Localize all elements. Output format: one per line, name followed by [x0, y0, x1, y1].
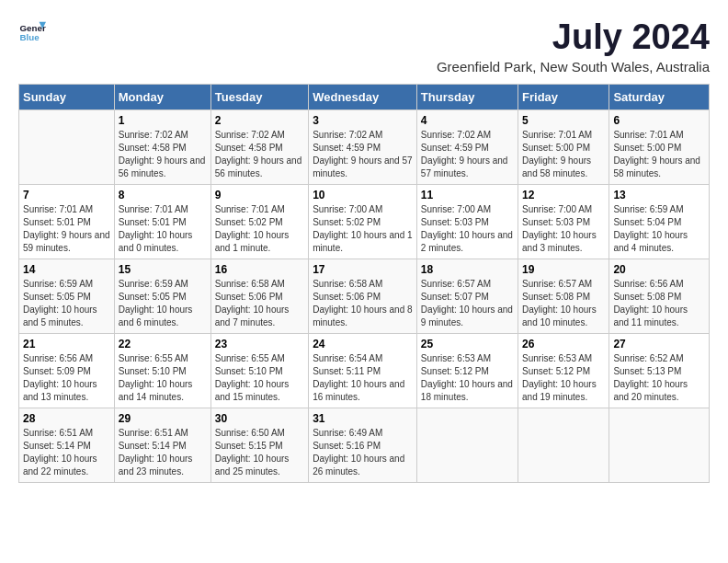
day-cell: 11Sunrise: 7:00 AMSunset: 5:03 PMDayligh… [416, 184, 518, 259]
day-cell [19, 109, 115, 184]
day-info: Sunrise: 6:49 AMSunset: 5:16 PMDaylight:… [313, 427, 413, 478]
day-number: 10 [313, 189, 413, 201]
day-info: Sunrise: 6:51 AMSunset: 5:14 PMDaylight:… [23, 427, 110, 478]
day-info: Sunrise: 7:02 AMSunset: 4:58 PMDaylight:… [119, 129, 207, 180]
day-number: 5 [522, 114, 605, 127]
day-info: Sunrise: 7:01 AMSunset: 5:01 PMDaylight:… [119, 203, 207, 255]
subtitle: Greenfield Park, New South Wales, Austra… [437, 59, 710, 75]
day-cell: 27Sunrise: 6:52 AMSunset: 5:13 PMDayligh… [609, 333, 710, 408]
week-row-2: 7Sunrise: 7:01 AMSunset: 5:01 PMDaylight… [19, 184, 710, 259]
day-info: Sunrise: 6:59 AMSunset: 5:05 PMDaylight:… [119, 278, 207, 329]
day-info: Sunrise: 7:02 AMSunset: 4:59 PMDaylight:… [421, 129, 514, 180]
day-cell: 16Sunrise: 6:58 AMSunset: 5:06 PMDayligh… [210, 259, 308, 333]
day-info: Sunrise: 7:00 AMSunset: 5:02 PMDaylight:… [313, 203, 413, 255]
day-number: 19 [522, 263, 605, 276]
day-cell: 20Sunrise: 6:56 AMSunset: 5:08 PMDayligh… [609, 259, 710, 333]
header-row: SundayMondayTuesdayWednesdayThursdayFrid… [19, 84, 710, 109]
day-number: 26 [522, 338, 605, 350]
day-cell: 18Sunrise: 6:57 AMSunset: 5:07 PMDayligh… [416, 259, 518, 333]
header-cell-saturday: Saturday [609, 84, 710, 109]
day-number: 13 [613, 189, 705, 201]
day-info: Sunrise: 6:56 AMSunset: 5:09 PMDaylight:… [23, 352, 110, 404]
day-cell: 26Sunrise: 6:53 AMSunset: 5:12 PMDayligh… [518, 333, 609, 408]
logo-icon: General Blue [18, 18, 46, 46]
day-info: Sunrise: 6:55 AMSunset: 5:10 PMDaylight:… [119, 352, 207, 404]
day-number: 27 [613, 338, 705, 350]
day-info: Sunrise: 7:01 AMSunset: 5:00 PMDaylight:… [613, 129, 705, 180]
day-info: Sunrise: 6:59 AMSunset: 5:05 PMDaylight:… [23, 278, 110, 329]
logo: General Blue [18, 18, 46, 46]
title-block: July 2024 Greenfield Park, New South Wal… [437, 18, 710, 75]
day-cell: 2Sunrise: 7:02 AMSunset: 4:58 PMDaylight… [210, 109, 308, 184]
day-cell: 30Sunrise: 6:50 AMSunset: 5:15 PMDayligh… [210, 408, 308, 482]
day-cell: 22Sunrise: 6:55 AMSunset: 5:10 PMDayligh… [114, 333, 210, 408]
header-cell-wednesday: Wednesday [309, 84, 417, 109]
day-cell: 1Sunrise: 7:02 AMSunset: 4:58 PMDaylight… [114, 109, 210, 184]
day-number: 18 [421, 263, 514, 276]
page-header: General Blue July 2024 Greenfield Park, … [18, 18, 710, 75]
day-number: 4 [421, 114, 514, 127]
day-number: 15 [119, 263, 207, 276]
day-number: 9 [215, 189, 304, 201]
day-cell: 31Sunrise: 6:49 AMSunset: 5:16 PMDayligh… [309, 408, 417, 482]
day-number: 11 [421, 189, 514, 201]
day-info: Sunrise: 6:58 AMSunset: 5:06 PMDaylight:… [313, 278, 413, 329]
day-cell: 21Sunrise: 6:56 AMSunset: 5:09 PMDayligh… [19, 333, 115, 408]
day-number: 8 [119, 189, 207, 201]
day-number: 3 [313, 114, 413, 127]
day-number: 21 [23, 338, 110, 350]
day-info: Sunrise: 6:53 AMSunset: 5:12 PMDaylight:… [522, 352, 605, 404]
day-cell: 10Sunrise: 7:00 AMSunset: 5:02 PMDayligh… [309, 184, 417, 259]
day-number: 6 [613, 114, 705, 127]
day-info: Sunrise: 7:01 AMSunset: 5:00 PMDaylight:… [522, 129, 605, 180]
day-number: 14 [23, 263, 110, 276]
header-cell-thursday: Thursday [416, 84, 518, 109]
day-number: 7 [23, 189, 110, 201]
day-cell: 7Sunrise: 7:01 AMSunset: 5:01 PMDaylight… [19, 184, 115, 259]
day-number: 2 [215, 114, 304, 127]
day-cell: 3Sunrise: 7:02 AMSunset: 4:59 PMDaylight… [309, 109, 417, 184]
calendar-table: SundayMondayTuesdayWednesdayThursdayFrid… [18, 84, 710, 483]
day-cell [416, 408, 518, 482]
day-number: 25 [421, 338, 514, 350]
day-cell: 29Sunrise: 6:51 AMSunset: 5:14 PMDayligh… [114, 408, 210, 482]
main-title: July 2024 [437, 18, 710, 57]
day-cell: 28Sunrise: 6:51 AMSunset: 5:14 PMDayligh… [19, 408, 115, 482]
day-info: Sunrise: 6:57 AMSunset: 5:07 PMDaylight:… [421, 278, 514, 329]
day-number: 31 [313, 412, 413, 425]
day-number: 12 [522, 189, 605, 201]
day-number: 30 [215, 412, 304, 425]
day-number: 29 [119, 412, 207, 425]
header-cell-monday: Monday [114, 84, 210, 109]
week-row-3: 14Sunrise: 6:59 AMSunset: 5:05 PMDayligh… [19, 259, 710, 333]
day-number: 1 [119, 114, 207, 127]
day-number: 16 [215, 263, 304, 276]
day-number: 17 [313, 263, 413, 276]
day-number: 28 [23, 412, 110, 425]
day-info: Sunrise: 6:57 AMSunset: 5:08 PMDaylight:… [522, 278, 605, 329]
day-info: Sunrise: 7:02 AMSunset: 4:58 PMDaylight:… [215, 129, 304, 180]
day-info: Sunrise: 6:51 AMSunset: 5:14 PMDaylight:… [119, 427, 207, 478]
svg-text:Blue: Blue [20, 32, 40, 42]
day-info: Sunrise: 7:00 AMSunset: 5:03 PMDaylight:… [421, 203, 514, 255]
day-cell: 24Sunrise: 6:54 AMSunset: 5:11 PMDayligh… [309, 333, 417, 408]
day-number: 22 [119, 338, 207, 350]
day-cell: 9Sunrise: 7:01 AMSunset: 5:02 PMDaylight… [210, 184, 308, 259]
week-row-5: 28Sunrise: 6:51 AMSunset: 5:14 PMDayligh… [19, 408, 710, 482]
day-info: Sunrise: 6:50 AMSunset: 5:15 PMDaylight:… [215, 427, 304, 478]
day-cell: 5Sunrise: 7:01 AMSunset: 5:00 PMDaylight… [518, 109, 609, 184]
day-number: 23 [215, 338, 304, 350]
day-info: Sunrise: 6:55 AMSunset: 5:10 PMDaylight:… [215, 352, 304, 404]
day-cell: 14Sunrise: 6:59 AMSunset: 5:05 PMDayligh… [19, 259, 115, 333]
day-info: Sunrise: 6:58 AMSunset: 5:06 PMDaylight:… [215, 278, 304, 329]
day-info: Sunrise: 7:02 AMSunset: 4:59 PMDaylight:… [313, 129, 413, 180]
header-cell-sunday: Sunday [19, 84, 115, 109]
day-cell: 6Sunrise: 7:01 AMSunset: 5:00 PMDaylight… [609, 109, 710, 184]
week-row-1: 1Sunrise: 7:02 AMSunset: 4:58 PMDaylight… [19, 109, 710, 184]
day-info: Sunrise: 7:01 AMSunset: 5:02 PMDaylight:… [215, 203, 304, 255]
day-cell: 17Sunrise: 6:58 AMSunset: 5:06 PMDayligh… [309, 259, 417, 333]
week-row-4: 21Sunrise: 6:56 AMSunset: 5:09 PMDayligh… [19, 333, 710, 408]
day-cell: 15Sunrise: 6:59 AMSunset: 5:05 PMDayligh… [114, 259, 210, 333]
day-cell: 8Sunrise: 7:01 AMSunset: 5:01 PMDaylight… [114, 184, 210, 259]
header-cell-friday: Friday [518, 84, 609, 109]
